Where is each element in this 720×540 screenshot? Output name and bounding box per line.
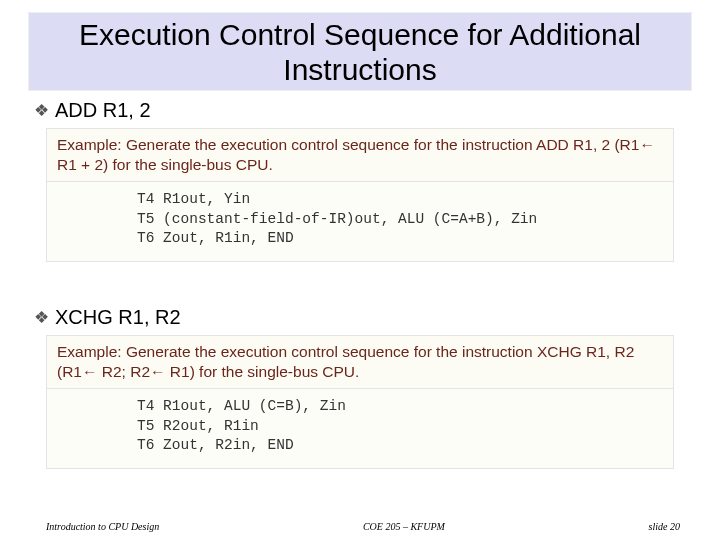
bullet-text: XCHG R1, R2 <box>55 306 181 329</box>
example-header: Example: Generate the execution control … <box>47 336 673 389</box>
footer-left: Introduction to CPU Design <box>46 521 159 532</box>
slide-title-banner: Execution Control Sequence for Additiona… <box>28 12 692 91</box>
example-box-add: Example: Generate the execution control … <box>46 128 674 262</box>
diamond-bullet-icon: ❖ <box>34 102 49 119</box>
bullet-item-add: ❖ ADD R1, 2 <box>34 99 720 122</box>
footer-center: COE 205 – KFUPM <box>363 521 445 532</box>
slide-title: Execution Control Sequence for Additiona… <box>29 17 691 88</box>
bullet-text: ADD R1, 2 <box>55 99 151 122</box>
footer-right: slide 20 <box>649 521 680 532</box>
slide-footer: Introduction to CPU Design COE 205 – KFU… <box>0 521 720 532</box>
example-code: T4 R1out, ALU (C=B), Zin T5 R2out, R1in … <box>47 389 673 468</box>
example-box-xchg: Example: Generate the execution control … <box>46 335 674 469</box>
diamond-bullet-icon: ❖ <box>34 309 49 326</box>
example-code: T4 R1out, Yin T5 (constant-field-of-IR)o… <box>47 182 673 261</box>
bullet-item-xchg: ❖ XCHG R1, R2 <box>34 306 720 329</box>
example-header: Example: Generate the execution control … <box>47 129 673 182</box>
